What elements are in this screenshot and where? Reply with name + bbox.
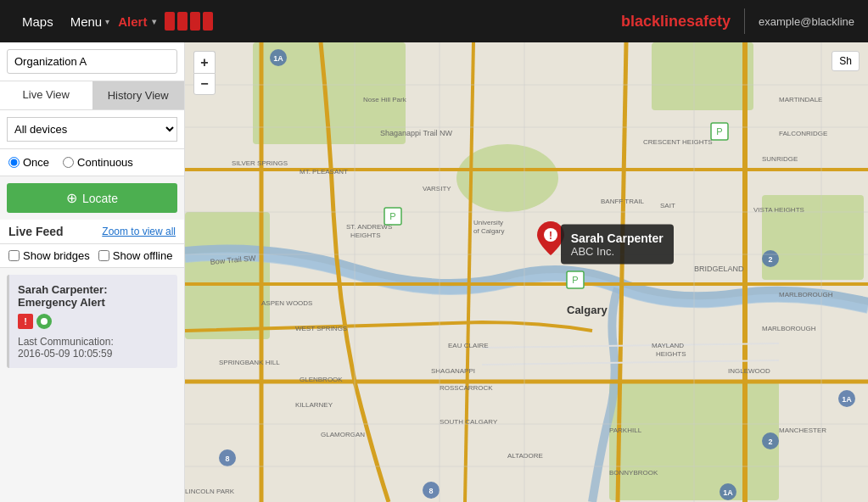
org-input-wrap	[0, 42, 184, 81]
tab-history-view[interactable]: History View	[92, 81, 185, 109]
locate-label: Locate	[82, 192, 118, 205]
svg-text:PARKHILL: PARKHILL	[609, 427, 642, 434]
radio-once-label[interactable]: Once	[8, 156, 49, 169]
zoom-in-button[interactable]: +	[193, 51, 216, 73]
svg-text:2: 2	[768, 438, 772, 446]
svg-text:EAU CLAIRE: EAU CLAIRE	[448, 342, 489, 349]
radio-once-input[interactable]	[8, 157, 20, 168]
svg-text:SUNRIDGE: SUNRIDGE	[762, 155, 798, 163]
topbar-divider	[744, 8, 745, 34]
svg-text:SOUTH CALGARY: SOUTH CALGARY	[440, 418, 498, 426]
alert-bar-3	[190, 12, 200, 31]
alert-nav[interactable]: Alert ▾	[118, 14, 156, 29]
svg-text:1A: 1A	[273, 54, 283, 63]
svg-text:CRESCENT HEIGHTS: CRESCENT HEIGHTS	[643, 138, 713, 146]
last-comm-label: Last Communication:	[18, 336, 169, 348]
map-marker[interactable]: !	[537, 221, 564, 259]
show-offline-text: Show offline	[113, 249, 173, 262]
radio-row: Once Continuous	[0, 149, 184, 176]
svg-text:HEIGHTS: HEIGHTS	[656, 350, 686, 358]
svg-text:VARSITY: VARSITY	[423, 185, 451, 192]
main-layout: Live View History View All devices Devic…	[0, 42, 868, 502]
show-bridges-label[interactable]: Show bridges	[8, 249, 90, 262]
radio-continuous-input[interactable]	[63, 157, 74, 168]
brand-red: safety	[686, 13, 731, 30]
map-area[interactable]: 1A 1A 1A 8 8 2 2 Bow Trail SW Shaganappi…	[185, 42, 868, 502]
zoom-out-button[interactable]: −	[193, 73, 216, 95]
svg-text:8: 8	[225, 455, 229, 463]
svg-text:P: P	[389, 211, 395, 221]
svg-text:SAIT: SAIT	[660, 202, 675, 209]
org-input[interactable]	[7, 49, 177, 74]
svg-text:MARLBOROUGH: MARLBOROUGH	[762, 325, 816, 332]
locate-icon: ⊕	[66, 190, 77, 206]
map-zoom-controls: + −	[193, 51, 216, 95]
svg-text:Shaganappi Trail NW: Shaganappi Trail NW	[380, 129, 453, 137]
svg-text:P: P	[572, 275, 578, 285]
livefeed-header: Live Feed Zoom to view all	[0, 220, 184, 244]
svg-text:GLENBROOK: GLENBROOK	[300, 376, 343, 383]
svg-text:ASPEN WOODS: ASPEN WOODS	[261, 299, 312, 307]
show-bridges-checkbox[interactable]	[8, 250, 20, 261]
marker-pin-svg: !	[537, 221, 564, 255]
view-tabs: Live View History View	[0, 81, 184, 110]
svg-text:BONNYBROOK: BONNYBROOK	[609, 469, 658, 477]
menu-nav[interactable]: Menu ▾	[70, 14, 110, 29]
svg-text:MARTINDALE: MARTINDALE	[779, 96, 822, 103]
svg-rect-4	[185, 212, 270, 339]
svg-text:MT. PLEASANT: MT. PLEASANT	[300, 168, 348, 176]
svg-text:1A: 1A	[842, 395, 852, 404]
svg-text:LINCOLN PARK: LINCOLN PARK	[185, 488, 235, 495]
svg-text:WEST SPRINGS: WEST SPRINGS	[295, 325, 347, 332]
svg-text:8: 8	[428, 487, 433, 495]
svg-text:VISTA HEIGHTS: VISTA HEIGHTS	[753, 206, 804, 214]
svg-text:of Calgary: of Calgary	[473, 227, 504, 235]
svg-text:SPRINGBANK HILL: SPRINGBANK HILL	[219, 359, 280, 366]
map-show-button[interactable]: Sh	[832, 51, 860, 71]
device-select-wrap: All devices Device 1 Device 2	[0, 110, 184, 149]
radio-once-text: Once	[23, 156, 49, 169]
svg-text:GLAMORGAN: GLAMORGAN	[321, 431, 365, 438]
alert-arrow-icon: ▾	[152, 17, 156, 26]
device-select[interactable]: All devices Device 1 Device 2	[7, 117, 177, 142]
svg-text:FALCONRIDGE: FALCONRIDGE	[779, 130, 827, 137]
show-offline-label[interactable]: Show offline	[98, 249, 173, 262]
svg-text:KILLARNEY: KILLARNEY	[295, 401, 333, 409]
zoom-to-view-all-link[interactable]: Zoom to view all	[102, 226, 176, 237]
alert-bar-4	[203, 12, 213, 31]
user-email: example@blackline	[759, 15, 854, 28]
svg-rect-3	[652, 42, 753, 110]
radio-continuous-text: Continuous	[77, 156, 133, 169]
svg-text:P: P	[716, 126, 722, 137]
menu-arrow-icon: ▾	[105, 17, 109, 26]
svg-text:MARLBOROUGH: MARLBOROUGH	[779, 291, 833, 298]
svg-text:!: !	[549, 230, 552, 242]
livefeed-title: Live Feed	[8, 225, 64, 238]
brand-black: blackline	[621, 13, 686, 30]
emergency-icon: !	[18, 314, 33, 329]
alert-icons: !	[18, 314, 169, 329]
svg-text:ROSSCARROCK: ROSSCARROCK	[440, 384, 493, 392]
alert-bar-1	[165, 12, 175, 31]
alert-logo	[165, 12, 213, 31]
svg-text:University: University	[473, 219, 503, 226]
alert-card[interactable]: Sarah Carpenter: Emergency Alert ! Last …	[7, 275, 177, 368]
svg-text:BANFF TRAIL: BANFF TRAIL	[601, 198, 645, 205]
svg-text:INGLEWOOD: INGLEWOOD	[728, 367, 770, 375]
svg-text:Calgary: Calgary	[567, 304, 608, 316]
svg-text:MAYLAND: MAYLAND	[652, 342, 684, 349]
svg-text:2: 2	[768, 255, 772, 264]
svg-text:1A: 1A	[723, 488, 733, 497]
map-background: 1A 1A 1A 8 8 2 2 Bow Trail SW Shaganappi…	[185, 42, 868, 502]
show-offline-checkbox[interactable]	[98, 250, 109, 261]
sidebar: Live View History View All devices Devic…	[0, 42, 185, 502]
tab-live-view[interactable]: Live View	[0, 81, 92, 109]
locate-button[interactable]: ⊕ Locate	[7, 183, 177, 213]
show-bridges-text: Show bridges	[23, 249, 90, 262]
show-options: Show bridges Show offline	[0, 244, 184, 268]
svg-text:SHAGANAPPI: SHAGANAPPI	[431, 367, 475, 375]
radio-continuous-label[interactable]: Continuous	[63, 156, 133, 169]
last-comm-time: 2016-05-09 10:05:59	[18, 348, 169, 360]
maps-nav[interactable]: Maps	[14, 14, 62, 29]
brand-logo: blacklinesafety	[621, 13, 731, 31]
